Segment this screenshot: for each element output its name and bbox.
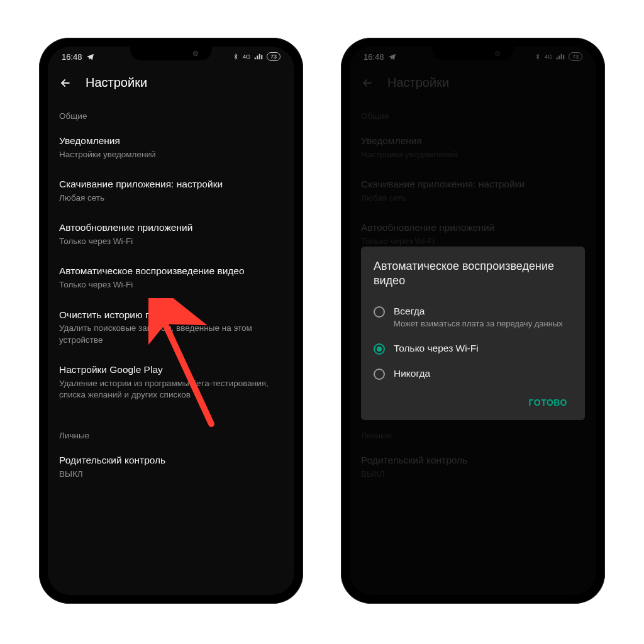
- item-sub: Любая сеть: [59, 192, 283, 204]
- item-sub: Только через Wi-Fi: [59, 236, 283, 247]
- section-general: Общие: [48, 97, 294, 126]
- item-google-play-settings[interactable]: Настройки Google Play Удаление истории и…: [48, 355, 294, 409]
- item-download-prefs[interactable]: Скачивание приложения: настройки Любая с…: [48, 169, 294, 213]
- item-title: Скачивание приложения: настройки: [59, 178, 283, 191]
- item-title: Настройки Google Play: [59, 364, 283, 377]
- item-sub: Удаление истории из программы бета-тести…: [59, 378, 283, 401]
- phone-right: 16:48 4G 73 Настройки Общи: [341, 38, 605, 604]
- done-button[interactable]: ГОТОВО: [524, 391, 572, 414]
- item-autoupdate[interactable]: Автообновление приложений Только через W…: [48, 213, 294, 256]
- item-title: Родительский контроль: [59, 454, 283, 467]
- item-title: Уведомления: [59, 135, 283, 148]
- section-personal: Личные: [48, 409, 294, 445]
- display-notch: [130, 47, 212, 60]
- item-sub: Настройки уведомлений: [59, 149, 283, 160]
- item-title: Автоматическое воспроизведение видео: [59, 265, 283, 278]
- signal-icon: [254, 53, 263, 60]
- battery-indicator: 73: [267, 52, 280, 61]
- dialog-title: Автоматическое воспроизведение видео: [374, 259, 572, 289]
- dialog-backdrop[interactable]: Автоматическое воспроизведение видео Все…: [350, 47, 596, 595]
- autoplay-dialog: Автоматическое воспроизведение видео Все…: [361, 247, 585, 420]
- item-sub: ВЫКЛ: [59, 469, 283, 480]
- bluetooth-icon: [233, 53, 239, 60]
- network-type: 4G: [243, 53, 250, 60]
- option-sub: Может взиматься плата за передачу данных: [394, 319, 563, 330]
- telegram-icon: [86, 53, 94, 61]
- item-clear-search-history[interactable]: Очистить историю поиска Удалить поисковы…: [48, 300, 294, 355]
- radio-icon: [374, 343, 385, 355]
- option-never[interactable]: Никогда: [374, 361, 572, 386]
- item-parental-controls[interactable]: Родительский контроль ВЫКЛ: [48, 445, 294, 489]
- option-wifi-only[interactable]: Только через Wi-Fi: [374, 336, 572, 361]
- option-always[interactable]: Всегда Может взиматься плата за передачу…: [374, 299, 572, 336]
- app-bar: Настройки: [48, 67, 294, 97]
- page-title: Настройки: [86, 75, 147, 90]
- screen-left: 16:48 4G 73 Настройки Общи: [48, 47, 294, 595]
- item-sub: Только через Wi-Fi: [59, 279, 283, 291]
- phone-left: 16:48 4G 73 Настройки Общи: [39, 38, 303, 604]
- screen-right: 16:48 4G 73 Настройки Общи: [350, 47, 596, 595]
- option-label: Всегда: [394, 305, 563, 318]
- item-notifications[interactable]: Уведомления Настройки уведомлений: [48, 126, 294, 169]
- status-time: 16:48: [62, 52, 82, 62]
- back-icon[interactable]: [59, 77, 72, 89]
- item-title: Очистить историю поиска: [59, 309, 283, 322]
- item-sub: Удалить поисковые запросы, введенные на …: [59, 323, 283, 345]
- option-label: Только через Wi-Fi: [394, 342, 479, 355]
- radio-icon: [374, 369, 385, 380]
- option-label: Никогда: [394, 367, 430, 380]
- radio-icon: [374, 306, 385, 318]
- item-autoplay-video[interactable]: Автоматическое воспроизведение видео Тол…: [48, 256, 294, 299]
- item-title: Автообновление приложений: [59, 221, 283, 235]
